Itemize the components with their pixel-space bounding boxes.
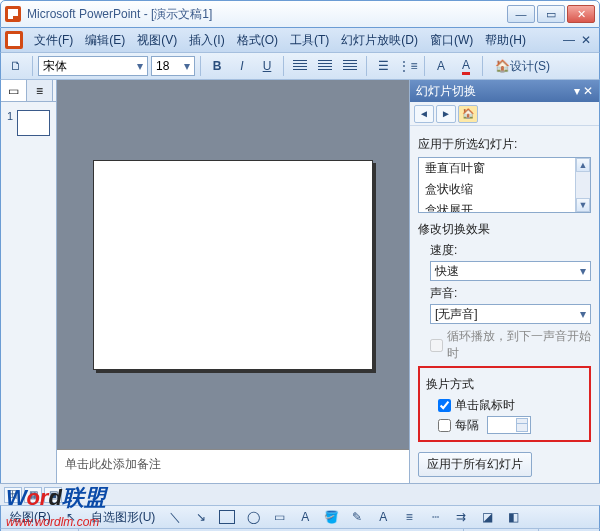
menubar: 文件(F) 编辑(E) 视图(V) 插入(I) 格式(O) 工具(T) 幻灯片放…: [0, 28, 600, 52]
onclick-label: 单击鼠标时: [455, 397, 515, 414]
sound-select[interactable]: [无声音]▾: [430, 304, 591, 324]
size-select[interactable]: 18▾: [151, 56, 195, 76]
menu-help[interactable]: 帮助(H): [480, 30, 531, 51]
onclick-row[interactable]: 单击鼠标时: [438, 397, 583, 414]
menu-file[interactable]: 文件(F): [29, 30, 78, 51]
align-center-button[interactable]: [314, 55, 336, 77]
interval-spinner[interactable]: [487, 416, 531, 434]
bold-button[interactable]: B: [206, 55, 228, 77]
effects-list[interactable]: 垂直百叶窗 盒状收缩 盒状展开 ▲ ▼: [418, 157, 591, 213]
mdi-close[interactable]: ✕: [581, 33, 591, 47]
mdi-minimize[interactable]: —: [563, 33, 575, 47]
shadow-button[interactable]: ◪: [476, 506, 498, 528]
font-value: 宋体: [43, 58, 67, 75]
loop-checkbox: [430, 339, 443, 352]
effect-item[interactable]: 盒状收缩: [419, 179, 590, 200]
menu-window[interactable]: 窗口(W): [425, 30, 478, 51]
modify-label: 修改切换效果: [418, 221, 591, 238]
slide[interactable]: [93, 160, 373, 370]
close-button[interactable]: ✕: [567, 5, 595, 23]
wordart-button[interactable]: A: [294, 506, 316, 528]
advance-label: 换片方式: [426, 376, 583, 393]
format-toolbar: 🗋 宋体▾ 18▾ B I U ☰ ⋮≡ A A 🏠设计(S): [0, 52, 600, 80]
sound-label: 声音:: [430, 285, 591, 302]
speed-value: 快速: [435, 263, 459, 280]
line-button[interactable]: ＼: [164, 506, 186, 528]
every-checkbox[interactable]: [438, 419, 451, 432]
bullets-button[interactable]: ☰: [372, 55, 394, 77]
sorter-view-button[interactable]: ▦: [24, 487, 42, 503]
rect-button[interactable]: [216, 506, 238, 528]
italic-button[interactable]: I: [231, 55, 253, 77]
effect-item[interactable]: 盒状展开: [419, 200, 590, 213]
autoshapes-menu[interactable]: 自选图形(U): [86, 507, 161, 528]
fontcolor-button[interactable]: A: [372, 506, 394, 528]
notes-pane[interactable]: 单击此处添加备注: [57, 449, 409, 483]
menu-edit[interactable]: 编辑(E): [80, 30, 130, 51]
titlebar: Microsoft PowerPoint - [演示文稿1] — ▭ ✕: [0, 0, 600, 28]
app-icon: [5, 6, 21, 22]
menu-slideshow[interactable]: 幻灯片放映(D): [336, 30, 423, 51]
nav-home-button[interactable]: 🏠: [458, 105, 478, 123]
chevron-down-icon: ▾: [184, 59, 190, 73]
linestyle-button[interactable]: ≡: [398, 506, 420, 528]
menu-format[interactable]: 格式(O): [232, 30, 283, 51]
new-button[interactable]: 🗋: [5, 55, 27, 77]
scroll-down-icon[interactable]: ▼: [576, 198, 590, 212]
nav-back-button[interactable]: ◄: [414, 105, 434, 123]
linecolor-button[interactable]: ✎: [346, 506, 368, 528]
sound-value: [无声音]: [435, 306, 478, 323]
draw-menu[interactable]: 绘图(R): [5, 507, 56, 528]
nav-forward-button[interactable]: ►: [436, 105, 456, 123]
design-button[interactable]: 🏠设计(S): [488, 55, 557, 77]
design-label: 设计(S): [510, 58, 550, 75]
slide-canvas-area: [57, 80, 409, 449]
increase-font-button[interactable]: A: [430, 55, 452, 77]
every-row[interactable]: 每隔: [438, 416, 583, 434]
scroll-up-icon[interactable]: ▲: [576, 158, 590, 172]
slideshow-view-button[interactable]: ▣: [44, 487, 62, 503]
dashstyle-button[interactable]: ┄: [424, 506, 446, 528]
chevron-down-icon: ▾: [580, 307, 586, 321]
taskpane-menu-icon[interactable]: ▾ ✕: [574, 84, 593, 98]
font-select[interactable]: 宋体▾: [38, 56, 148, 76]
taskpane-body: 应用于所选幻灯片: 垂直百叶窗 盒状收缩 盒状展开 ▲ ▼ 修改切换效果 速度:…: [410, 126, 599, 483]
select-arrow-button[interactable]: ↖: [60, 506, 82, 528]
taskpane-title: 幻灯片切换 ▾ ✕: [410, 80, 599, 102]
maximize-button[interactable]: ▭: [537, 5, 565, 23]
notes-placeholder: 单击此处添加备注: [65, 457, 161, 471]
apply-selected-label: 应用于所选幻灯片:: [418, 136, 591, 153]
font-color-button[interactable]: A: [455, 55, 477, 77]
effect-item[interactable]: 垂直百叶窗: [419, 158, 590, 179]
outline-tab[interactable]: ▭: [1, 80, 27, 101]
taskpane-title-text: 幻灯片切换: [416, 83, 476, 100]
thumb-slide: [17, 110, 50, 136]
underline-button[interactable]: U: [256, 55, 278, 77]
fill-button[interactable]: 🪣: [320, 506, 342, 528]
arrowstyle-button[interactable]: ⇉: [450, 506, 472, 528]
speed-label: 速度:: [430, 242, 591, 259]
speed-select[interactable]: 快速▾: [430, 261, 591, 281]
arrow-button[interactable]: ↘: [190, 506, 212, 528]
3d-button[interactable]: ◧: [502, 506, 524, 528]
textbox-button[interactable]: ▭: [268, 506, 290, 528]
apply-all-button[interactable]: 应用于所有幻灯片: [418, 452, 532, 477]
menu-tools[interactable]: 工具(T): [285, 30, 334, 51]
size-value: 18: [156, 59, 169, 73]
normal-view-button[interactable]: 田: [4, 487, 22, 503]
drawing-toolbar: 绘图(R) ↖ 自选图形(U) ＼ ↘ ◯ ▭ A 🪣 ✎ A ≡ ┄ ⇉ ◪ …: [0, 505, 600, 529]
minimize-button[interactable]: —: [507, 5, 535, 23]
menu-insert[interactable]: 插入(I): [184, 30, 229, 51]
oval-button[interactable]: ◯: [242, 506, 264, 528]
align-left-button[interactable]: [289, 55, 311, 77]
thumb-1[interactable]: 1: [7, 110, 50, 136]
onclick-checkbox[interactable]: [438, 399, 451, 412]
doc-icon: [5, 31, 23, 49]
chevron-down-icon: ▾: [137, 59, 143, 73]
view-bar: 田 ▦ ▣: [0, 483, 600, 505]
numbering-button[interactable]: ⋮≡: [397, 55, 419, 77]
effects-scrollbar[interactable]: ▲ ▼: [575, 158, 590, 212]
align-right-button[interactable]: [339, 55, 361, 77]
menu-view[interactable]: 视图(V): [132, 30, 182, 51]
slides-tab[interactable]: ≡: [27, 80, 53, 101]
